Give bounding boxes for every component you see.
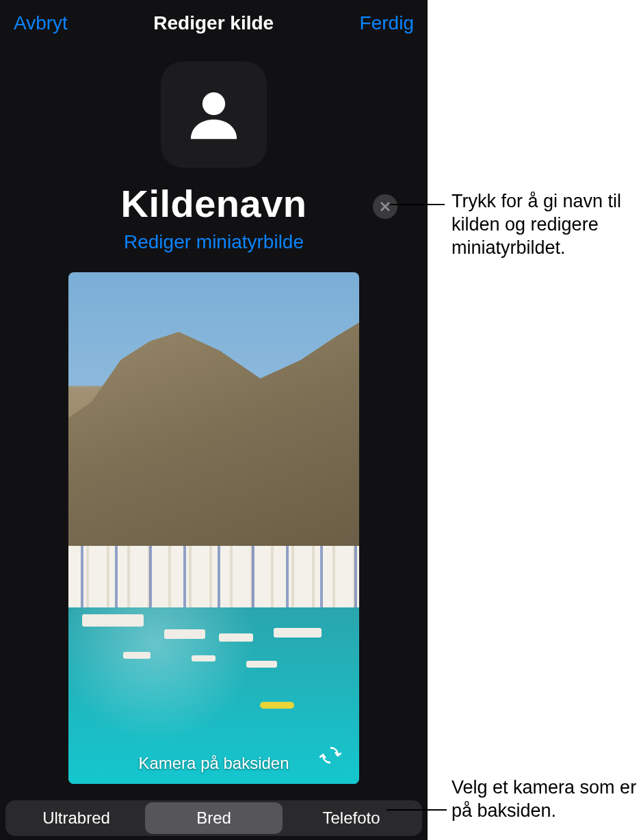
segment-ultrawide[interactable]: Ultrabred: [8, 802, 145, 834]
preview-boat: [219, 633, 253, 642]
navigation-bar: Avbryt Rediger kilde Ferdig: [0, 0, 428, 41]
content-area: Kildenavn Rediger miniatyrbilde Kamera p…: [0, 41, 428, 784]
preview-boat: [192, 655, 215, 661]
preview-boat: [164, 629, 205, 639]
done-button[interactable]: Ferdig: [360, 12, 414, 34]
edit-thumbnail-button[interactable]: Rediger miniatyrbilde: [124, 231, 304, 253]
person-icon: [181, 82, 246, 147]
segment-wide[interactable]: Bred: [145, 802, 283, 834]
screen-title: Rediger kilde: [153, 12, 274, 34]
cancel-button[interactable]: Avbryt: [14, 12, 68, 34]
source-name-label: Kildenavn: [120, 181, 306, 226]
callout-camera: Velg et kamera som er på baksiden.: [452, 776, 641, 823]
preview-scenery-town: [68, 546, 359, 607]
camera-lens-selector: Ultrabred Bred Telefoto: [5, 800, 422, 836]
preview-scenery: [68, 313, 359, 546]
preview-kayak: [260, 702, 294, 709]
callout-leader: [390, 204, 445, 205]
preview-boat: [82, 614, 144, 627]
callout-rename: Trykk for å gi navn til kilden og redige…: [452, 190, 641, 259]
edit-source-screen: Avbryt Rediger kilde Ferdig Kildenavn Re…: [0, 0, 428, 840]
segment-telephoto[interactable]: Telefoto: [283, 802, 420, 834]
camera-preview: Kamera på baksiden: [68, 272, 359, 784]
flip-camera-icon: [316, 741, 345, 770]
flip-camera-button[interactable]: [314, 739, 347, 772]
preview-boat: [246, 661, 277, 668]
source-thumbnail[interactable]: [161, 62, 267, 168]
svg-point-0: [202, 92, 225, 115]
preview-boat: [123, 652, 151, 659]
clear-name-button[interactable]: [373, 194, 397, 219]
preview-boat: [274, 628, 322, 638]
callouts-panel: Trykk for å gi navn til kilden og redige…: [428, 0, 641, 840]
callout-leader: [387, 809, 447, 811]
close-icon: [379, 200, 391, 213]
